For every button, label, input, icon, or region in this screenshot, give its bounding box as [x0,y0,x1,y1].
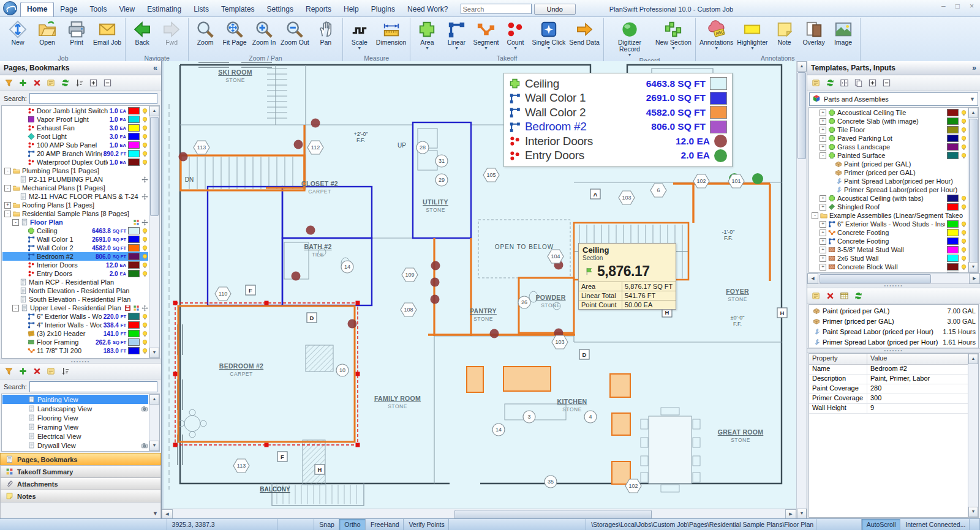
ribbon-button-segment[interactable]: Segment ▼ [471,18,500,54]
part-item-primer-priced-per-gal[interactable]: Primer (priced per GAL) 3.00 GAL [813,316,977,327]
tree-item-wall-color-2[interactable]: Wall Color 24582.0SQ FT [2,244,148,252]
tree-item-concrete-block-wall[interactable]: +Concrete Block Wall [810,263,967,271]
visibility-bulb[interactable] [141,133,148,140]
tree-item-vapor-proof-light[interactable]: Vapor Proof Light1.0EA [2,115,148,124]
tree-item-2x6-stud-wall[interactable]: +2x6 Stud Wall [810,254,967,263]
color-swatch[interactable] [947,126,959,133]
color-swatch[interactable] [947,255,959,262]
color-swatch[interactable] [128,270,140,277]
expand-toggle-icon[interactable]: + [820,221,826,228]
status-autoscroll[interactable]: AutoScroll [862,519,901,530]
templates-tree-hscrollbar[interactable]: ◀ ▶ [807,273,980,283]
sort-button[interactable] [61,367,70,376]
ribbon-button-area[interactable]: Area ▼ [412,18,442,54]
color-swatch[interactable] [128,313,140,320]
visibility-bulb[interactable] [960,135,967,142]
search-input[interactable] [461,4,532,14]
mini-indicator[interactable] [133,219,140,226]
ribbon-button-image[interactable]: Image [829,18,858,54]
collapse-toggle-icon[interactable]: - [812,212,818,219]
menu-tab-settings[interactable]: Settings [261,2,300,17]
visibility-bulb[interactable] [960,152,967,159]
color-swatch[interactable] [128,227,140,234]
ribbon-button-dimension[interactable]: Dimension [374,18,409,54]
expand-toggle-icon[interactable]: + [820,247,826,253]
color-swatch[interactable] [947,229,959,236]
expand-toggle-icon[interactable]: + [820,264,826,271]
menu-tab-lists[interactable]: Lists [187,2,215,17]
move-indicator[interactable] [141,193,148,200]
tree-item-primer-priced-per-gal[interactable]: Primer (priced per GAL) [810,168,967,177]
properties-button[interactable] [47,78,56,88]
visibility-bulb[interactable] [141,142,148,149]
tree-item-floor-plan[interactable]: -Floor Plan [2,218,148,226]
color-swatch[interactable] [128,133,140,140]
menu-tab-need-work[interactable]: Need Work? [401,2,454,17]
tree-item-concrete-slab-with-image[interactable]: +Concrete Slab (with image) [810,117,967,125]
canvas-vscrollbar[interactable]: ▲▼ [796,61,807,519]
tree-item-roofing-plans-1-pages[interactable]: +Roofing Plans [1 Pages] [2,201,148,209]
views-scrollbar[interactable]: ▲▼ [149,394,159,451]
visibility-bulb[interactable] [141,313,148,320]
color-swatch[interactable] [947,263,959,271]
color-swatch[interactable] [128,321,140,329]
properties-button[interactable] [812,291,821,300]
tree-item-acoustical-ceiling-with-tabs[interactable]: +Acoustical Ceiling (with tabs) [810,194,967,203]
ribbon-button-fit-page[interactable]: Fit Page [220,18,249,54]
expand-toggle-icon[interactable]: + [4,202,11,209]
tree-item-foot-light[interactable]: Foot Light3.0EA [2,132,148,141]
tree-item-100-amp-sub-panel[interactable]: 100 AMP Sub Panel1.0EA [2,141,148,149]
color-swatch[interactable] [128,159,140,166]
tree-item-plumbing-plans-1-pages[interactable]: -Plumbing Plans [1 Pages] [2,166,148,175]
expand-toggle-icon[interactable]: + [820,118,826,125]
delete-button[interactable] [826,291,835,300]
ribbon-button-new[interactable]: New [3,18,32,54]
menu-tab-estimating[interactable]: Estimating [141,2,187,17]
tree-item-concrete-footing[interactable]: +Concrete Footing [810,237,967,245]
visibility-bulb[interactable] [960,230,967,236]
ribbon-button-scale[interactable]: Scale ▼ [345,18,374,54]
tree-item-bedroom-2[interactable]: Bedroom #2806.0SQ FT [2,252,148,261]
tree-item-example-assemblies-linear-segment-takeo[interactable]: -Example Assemblies (Linear/Segment Take… [810,211,967,220]
part-item-paint-priced-per-gal[interactable]: Paint (priced per GAL) 7.00 GAL [813,306,977,316]
menu-tab-help[interactable]: Help [337,2,365,17]
collapse-toggle-icon[interactable]: - [12,219,19,226]
visibility-bulb[interactable] [141,262,148,269]
color-swatch[interactable] [947,152,959,159]
color-swatch[interactable] [128,116,140,123]
collapse-toggle-icon[interactable]: - [4,185,11,192]
menu-tab-view[interactable]: View [113,2,141,17]
visibility-bulb[interactable] [960,127,967,133]
color-swatch[interactable] [128,150,140,157]
color-swatch[interactable] [128,253,140,260]
menu-tab-templates[interactable]: Templates [215,2,261,17]
tree-item-door-jamb-light-switch[interactable]: Door Jamb Light Switch1.0EA [2,106,148,115]
ribbon-button-zoom-in[interactable]: Zoom In [249,18,279,54]
move-indicator[interactable] [141,219,148,226]
tree-item-paint-priced-per-gal[interactable]: Paint (priced per GAL) [810,160,967,168]
collapse-panel-button[interactable]: » [972,64,976,72]
filter-button[interactable] [4,78,13,88]
expand-toggle-icon[interactable]: + [820,238,826,245]
accordion-takeoff-summary[interactable]: Takeoff Summary [0,465,161,477]
templates-tree-scrollbar[interactable]: ▲▼ [968,108,978,272]
tree-item-tile-floor[interactable]: +Tile Floor [810,125,967,134]
visibility-bulb[interactable] [141,151,148,157]
visibility-bulb[interactable] [960,144,967,151]
tree-item-waterproof-duplex-outlet[interactable]: Waterproof Duplex Outlet1.0EA [2,158,148,166]
visibility-bulb[interactable] [141,271,148,277]
view-item-landscaping-view[interactable]: Landscaping View [2,404,148,413]
property-row[interactable]: Primer Coverage 300 [809,394,968,404]
color-swatch[interactable] [128,330,140,337]
chevron-down-icon[interactable]: ▼ [153,510,158,517]
refresh-button[interactable] [826,78,835,88]
tree-item-entry-doors[interactable]: Entry Doors2.0EA [2,269,148,278]
visibility-bulb[interactable] [960,195,967,202]
ribbon-button-zoom-out[interactable]: Zoom Out [279,18,311,54]
color-swatch[interactable] [128,236,140,243]
view-item-painting-view[interactable]: Painting View [2,395,148,404]
color-swatch[interactable] [947,246,959,253]
expand-toggle-icon[interactable]: + [820,135,826,142]
ribbon-button-highlighter[interactable]: Highlighter ▼ [735,18,769,54]
collapse-toggle-icon[interactable]: - [12,305,19,312]
